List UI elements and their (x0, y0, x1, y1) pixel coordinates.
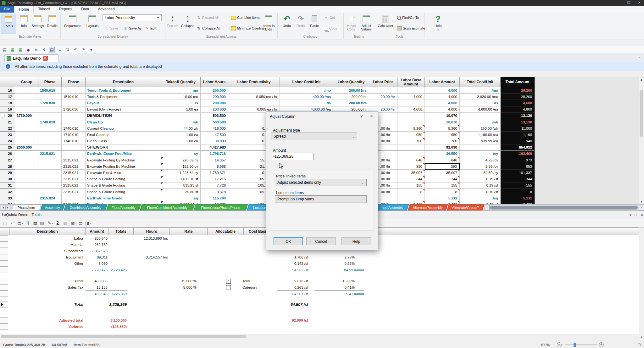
cell-phase[interactable]: 1740.010 (38, 119, 62, 125)
sheet-tab-floor-assembly[interactable]: Floor/Assembly (106, 204, 141, 210)
column-header-total-cost-unit[interactable]: Total Cost/Unit (460, 77, 501, 87)
cell-tcu[interactable]: 3.58 /cy (460, 163, 501, 170)
cell-lam[interactable]: 646 (425, 157, 460, 163)
menu-tab-data[interactable]: Data (77, 6, 93, 13)
column-header-labor-base-amount[interactable]: Labor Base Amount (397, 77, 425, 87)
cell-phase2[interactable]: 2315.024 (62, 201, 86, 204)
document-icon[interactable]: ▤ (77, 220, 84, 226)
cell-tcu[interactable]: /ls (460, 100, 501, 106)
maximize-button[interactable]: ❐ (624, 0, 634, 6)
cell-phase2[interactable]: 2315.021 (62, 170, 86, 176)
cell-tam[interactable]: 344 (501, 176, 535, 182)
cell-phase2[interactable]: 2315.021 (62, 163, 86, 170)
totals-row-header[interactable] (0, 317, 8, 324)
totals-header-rate[interactable]: Rate (170, 228, 208, 235)
cell-tam[interactable]: 854,922 (501, 144, 535, 151)
cell-lam[interactable]: 10,070 (425, 119, 460, 125)
cell-lam[interactable]: 8,360 (425, 125, 460, 132)
cell-phase[interactable] (38, 176, 62, 182)
cell-lcu[interactable]: /ls (280, 100, 333, 106)
delete-icon[interactable]: ⊠ (70, 220, 76, 226)
cell-lba[interactable]: 155 (397, 182, 425, 189)
cell-lam[interactable]: 36,550 (425, 151, 460, 157)
adjustment-type-select[interactable]: Spread ⌄ (271, 133, 357, 140)
expand-all-button[interactable]: ⇅ Expand All (197, 15, 219, 20)
display-mode-icon[interactable]: ⊡ (637, 342, 641, 347)
cell-group[interactable] (15, 195, 38, 201)
cell-phase[interactable] (38, 94, 62, 100)
tab-scroll-left-icon[interactable]: ◂ (1, 205, 6, 210)
tab-scroll-right-icon[interactable]: ▸ (5, 205, 10, 210)
cell-lba[interactable] (397, 100, 425, 106)
cell-lh[interactable]: 200.000 (201, 100, 228, 106)
estimate-tab[interactable]: LaQuinta Demo ✕ (4, 54, 58, 62)
cell-lh[interactable]: 1,798.716 (201, 151, 228, 157)
cell-lba[interactable] (397, 144, 425, 151)
cell-phase[interactable] (38, 138, 62, 144)
cell-tcu[interactable]: /mo (460, 87, 501, 94)
cell-lprod[interactable] (228, 87, 280, 94)
column-header-phase[interactable]: Phase (62, 77, 86, 87)
row-number[interactable]: 29 (0, 170, 15, 176)
cell-tam[interactable]: 1,190 (501, 132, 535, 138)
cell-lam[interactable]: 10,070 (425, 113, 460, 119)
cell-tcu[interactable]: 82.50 /cy (460, 170, 501, 176)
cell-phase2[interactable]: 2315.021 (62, 182, 86, 189)
paste-button[interactable]: Paste (308, 14, 321, 33)
save-as-button[interactable]: ◫ Save As (123, 26, 142, 31)
row-number[interactable]: 19 (0, 106, 15, 113)
cell-tcu[interactable]: /sq (460, 195, 501, 201)
cell-lba[interactable] (397, 195, 425, 201)
cell-lh[interactable]: 503.500 (201, 113, 228, 119)
cell-tq[interactable]: 226.69 cy (161, 157, 201, 163)
cell-lam[interactable]: 760 (425, 138, 460, 144)
cell-tam[interactable]: 8 (501, 189, 535, 195)
cell-lam[interactable]: 2,420 (425, 201, 460, 204)
cell-tam[interactable]: 4,600 (501, 100, 535, 106)
cell-tam[interactable]: 29,200 (501, 87, 535, 94)
layout-select[interactable]: Labor Productivity ▼ (103, 14, 162, 21)
cell-group[interactable] (15, 138, 38, 144)
column-header-labor-amount[interactable]: Labor Amount (425, 77, 460, 87)
cell-desc[interactable]: Layout (86, 100, 161, 106)
cell-tam[interactable]: 11,000 (501, 125, 535, 132)
cell-desc[interactable]: Shape & Grade Footing (86, 176, 161, 182)
cell-lam[interactable]: 5,211 (425, 195, 460, 201)
cell-tcu[interactable]: 4,600.00 /ea (460, 106, 501, 113)
cell-lh[interactable]: 200.000 (201, 87, 228, 94)
amount-input[interactable]: -125,369.28 (271, 153, 314, 160)
cell-lh[interactable]: 17.216 (201, 176, 228, 182)
menu-tab-takeoff[interactable]: Takeoff (34, 6, 54, 13)
undo-icon[interactable]: ↶ (73, 47, 78, 52)
cell-group[interactable] (15, 157, 38, 163)
cell-group[interactable] (15, 189, 38, 195)
cell-desc[interactable]: Shape & Grade Footing (86, 189, 161, 195)
cell-tam[interactable]: 653 (501, 163, 535, 170)
new-window-icon[interactable]: ▤ (2, 47, 8, 52)
sheet-tab-alternate-assembly[interactable]: Alternate/Assembly (408, 204, 448, 210)
move-copy-button[interactable]: Move/ Copy (344, 14, 358, 33)
allocatable-checkbox[interactable]: ✓ (226, 279, 231, 284)
cell-tam[interactable]: 101,337 (501, 170, 535, 176)
items-in-bids-button[interactable]: Items in Bids (261, 14, 276, 33)
cell-tcu[interactable]: /wk (460, 119, 501, 125)
cell-lam[interactable]: 92,030 (425, 144, 460, 151)
row-checkbox[interactable] (1, 114, 4, 117)
totals-header-allocatable[interactable]: Allocatable (208, 228, 244, 235)
totals-row-header[interactable] (0, 235, 8, 242)
cell-tcu[interactable]: 939.99 /ea (460, 138, 501, 144)
redo-icon[interactable]: ↷ (80, 47, 86, 52)
panel-pin-icon[interactable]: ⊡ (635, 213, 637, 217)
cell-phase[interactable] (38, 132, 62, 138)
chevron-down-icon[interactable]: ⌄ (638, 55, 641, 59)
cell-phase2[interactable] (62, 119, 86, 125)
totals-row-header[interactable] (0, 284, 8, 291)
cell-phase2[interactable]: 2315.021 (62, 157, 86, 163)
scroll-down-icon[interactable]: ▼ (640, 200, 643, 203)
cell-tq[interactable]: 5,377.64 sf (161, 201, 201, 204)
cell-lba[interactable] (397, 113, 425, 119)
cell-desc[interactable]: Clean Glass (86, 138, 161, 144)
cell-tcu[interactable]: 0.19 /sf (460, 176, 501, 182)
cell-tam[interactable]: 29,200 (501, 94, 535, 100)
detail-window-icon[interactable]: ▤ (49, 47, 55, 52)
